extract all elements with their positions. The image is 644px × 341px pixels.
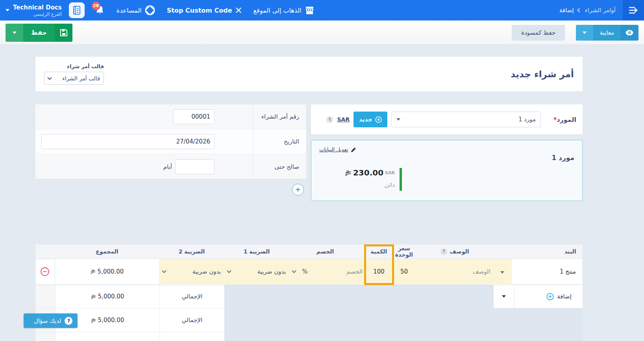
- question-circle-icon: ?: [65, 317, 72, 325]
- sidebar-toggle-button[interactable]: [623, 0, 644, 20]
- template-label: قالب أمر شراء: [67, 63, 104, 69]
- preview-dropdown-button[interactable]: [576, 25, 593, 41]
- chevron-down-icon: [500, 271, 504, 274]
- storefront-icon: [305, 6, 315, 15]
- tax2-cell[interactable]: بدون ضريبة: [159, 259, 224, 285]
- save-dropdown-button[interactable]: [6, 24, 23, 42]
- supplier-balance: 230.00 SAR دائن: [345, 168, 402, 191]
- supplier-info-header: مورد 1 تعديل البيانات: [319, 147, 574, 162]
- save-draft-button[interactable]: حفظ كمسودة: [512, 25, 565, 41]
- riyal-symbol-icon: [91, 318, 96, 323]
- supplier-column: المورد* مورد 1 جديد SAR ؟: [311, 104, 583, 201]
- add-item-button[interactable]: إضافة: [514, 293, 583, 300]
- supplier-name: مورد 1: [552, 154, 574, 162]
- item-name-cell[interactable]: منتج 1: [512, 259, 583, 285]
- chevron-down-icon: [6, 9, 9, 11]
- tax2-value: بدون ضريبة: [192, 268, 221, 275]
- description-input[interactable]: [420, 268, 490, 275]
- items-footer: إضافة الإجمالي: [35, 285, 583, 341]
- valid-until-row: صالح حتى أيام: [35, 154, 306, 179]
- po-number-label: رقم أمر الشراء: [253, 113, 306, 120]
- description-cell: [416, 259, 494, 285]
- totals-block: الإجمالي 5,000.00: [35, 285, 224, 341]
- row-total-value: 5,000.00: [98, 268, 124, 275]
- chevron-down-icon: [13, 32, 17, 34]
- remove-row-button[interactable]: [35, 259, 55, 284]
- go-to-site-button[interactable]: الذهاب إلى الموقع: [254, 6, 315, 15]
- notifications-button[interactable]: 28: [95, 5, 105, 16]
- breadcrumb-section[interactable]: أوامر الشراء: [585, 7, 616, 14]
- valid-until-input[interactable]: [175, 159, 215, 174]
- stop-custom-code-button[interactable]: Stop Custom Code: [167, 7, 242, 14]
- pencil-icon: [351, 147, 356, 153]
- riyal-symbol-icon: [91, 294, 96, 299]
- add-section-button[interactable]: [292, 184, 304, 196]
- supplier-card: المورد* مورد 1 جديد SAR ؟: [311, 104, 583, 134]
- save-button[interactable]: حفظ: [23, 24, 55, 42]
- discount-input[interactable]: [314, 268, 363, 275]
- date-input[interactable]: [41, 134, 215, 149]
- date-row: التاريخ: [35, 129, 306, 154]
- col-discount-type: [289, 244, 311, 259]
- close-icon: [235, 7, 242, 13]
- supplier-select[interactable]: مورد 1: [391, 112, 541, 127]
- col-item: البند: [512, 244, 583, 259]
- save-icon-button[interactable]: [55, 24, 72, 42]
- discount-type-cell[interactable]: %: [289, 259, 311, 285]
- main-content: أمر شراء جديد قالب أمر شراء قالب أمر الش…: [35, 57, 583, 341]
- balance-details: 230.00 SAR دائن: [345, 168, 395, 191]
- balance-amount: 230.00: [353, 168, 383, 177]
- lifering-icon: [145, 5, 155, 15]
- sidebar-toggle-icon: [628, 6, 638, 15]
- title-card: أمر شراء جديد قالب أمر شراء قالب أمر الش…: [35, 57, 583, 91]
- help-menu-item[interactable]: المساعدة: [117, 5, 155, 15]
- stop-custom-code-label: Stop Custom Code: [167, 7, 232, 14]
- order-details-card: رقم أمر الشراء التاريخ صالح حتى أيام: [35, 104, 306, 179]
- item-options-cell[interactable]: [494, 259, 512, 285]
- question-widget-button[interactable]: ? لديك سؤال: [24, 313, 78, 328]
- action-toolbar: معاينة حفظ كمسودة حفظ: [0, 20, 644, 45]
- description-help-badge[interactable]: ؟: [440, 248, 447, 255]
- help-label: المساعدة: [117, 7, 142, 14]
- row-total-cell: 5,000.00: [55, 259, 159, 285]
- col-actions: [35, 244, 55, 259]
- items-section: البند الوصف؟ سعر الوحدة الكمية الخصم الض…: [35, 244, 583, 341]
- add-item-dropdown-button[interactable]: [494, 285, 514, 308]
- edit-supplier-link[interactable]: تعديل البيانات: [319, 147, 356, 153]
- po-number-row: رقم أمر الشراء: [35, 104, 306, 129]
- preview-label[interactable]: معاينة: [593, 25, 620, 41]
- floppy-icon: [60, 29, 68, 37]
- po-number-input[interactable]: [173, 109, 215, 124]
- col-total: المجموع: [55, 244, 159, 259]
- app-logo-icon[interactable]: [69, 2, 85, 18]
- unit-price-cell[interactable]: 50: [392, 259, 416, 285]
- order-details-column: رقم أمر الشراء التاريخ صالح حتى أيام: [35, 104, 306, 196]
- chevron-down-icon: [502, 295, 506, 298]
- account-switcher[interactable]: Technical Docs الفرع الرئيسي: [6, 4, 62, 17]
- totals-strip: [35, 285, 55, 308]
- subtotal-value: 5,000.00: [98, 293, 124, 300]
- balance-currency: SAR: [385, 170, 395, 175]
- question-widget-label: لديك سؤال: [34, 317, 61, 324]
- edit-supplier-label: تعديل البيانات: [319, 147, 348, 153]
- breadcrumb-chevron-icon: [577, 8, 581, 12]
- col-tax2: الضريبة 2: [159, 244, 224, 259]
- subtotal-row: الإجمالي 5,000.00: [35, 285, 224, 309]
- discount-type-value: %: [302, 268, 307, 275]
- currency-help-badge[interactable]: ؟: [326, 116, 333, 123]
- minus-circle-icon: [40, 267, 50, 276]
- supplier-info-card: مورد 1 تعديل البيانات: [311, 140, 583, 201]
- account-info: Technical Docs الفرع الرئيسي: [13, 4, 62, 17]
- quantity-cell[interactable]: 100: [366, 259, 392, 285]
- go-to-site-label: الذهاب إلى الموقع: [254, 7, 302, 14]
- po-number-field-area: [35, 104, 253, 129]
- new-supplier-label: جديد: [359, 116, 372, 123]
- divider: [514, 285, 514, 308]
- supplier-label: المورد*: [553, 116, 576, 123]
- template-select[interactable]: قالب أمر الشراء: [44, 72, 104, 85]
- new-supplier-button[interactable]: جديد: [353, 112, 387, 127]
- preview-button[interactable]: [620, 25, 638, 41]
- currency-link[interactable]: SAR: [337, 116, 350, 123]
- tax1-cell[interactable]: بدون ضريبة: [224, 259, 289, 285]
- discount-cell: [311, 259, 366, 285]
